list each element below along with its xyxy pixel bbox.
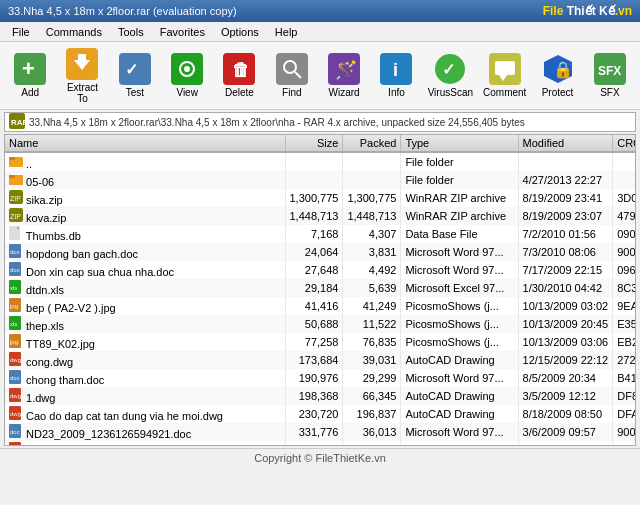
table-row[interactable]: ZIP sika.zip 1,300,775 1,300,775 WinRAR … [5,189,635,207]
comment-button[interactable]: Comment [480,47,529,105]
menu-item-options[interactable]: Options [213,24,267,40]
info-button[interactable]: i Info [372,47,420,105]
file-modified: 8/18/2009 08:50 [518,405,613,423]
file-icon: doc [9,266,23,278]
file-packed: 196,837 [343,405,401,423]
file-size: 190,976 [285,369,343,387]
file-crc: F179630C [613,441,635,445]
file-icon: dwg [9,410,23,422]
menu-item-favorites[interactable]: Favorites [152,24,213,40]
file-size: 331,776 [285,423,343,441]
file-modified: 8/19/2009 23:07 [518,207,613,225]
file-packed: 29,299 [343,369,401,387]
copyright-text: Copyright © FileThietKe.vn [254,452,386,464]
svg-text:+: + [22,56,35,81]
delete-icon: 🗑 [223,53,255,85]
table-row[interactable]: jpg bep ( PA2-V2 ).jpg 41,416 41,249 Pic… [5,297,635,315]
col-header-name[interactable]: Name [5,135,285,152]
add-icon: + [14,53,46,85]
table-row[interactable]: doc chong tham.doc 190,976 29,299 Micros… [5,369,635,387]
file-modified: 4/27/2013 22:27 [518,171,613,189]
extractTo-button[interactable]: Extract To [58,47,106,105]
file-crc: 3D009958 [613,189,635,207]
file-modified: 12/15/2009 22:12 [518,351,613,369]
table-row[interactable]: xls thep.xls 50,688 11,522 PicosmoShows … [5,315,635,333]
file-crc: DFAECC17 [613,405,635,423]
view-button[interactable]: View [163,47,211,105]
col-header-size[interactable]: Size [285,135,343,152]
test-button[interactable]: ✓ Test [111,47,159,105]
table-row[interactable]: jpg TT89_K02.jpg 77,258 76,835 PicosmoSh… [5,333,635,351]
protect-button[interactable]: 🔒 Protect [533,47,581,105]
file-name: doc ND23_2009_1236126594921.doc [5,423,285,441]
file-packed: 36,013 [343,423,401,441]
file-size: 173,684 [285,351,343,369]
table-row[interactable]: dwg cong.dwg 173,684 39,031 AutoCAD Draw… [5,351,635,369]
table-row[interactable]: 05-06 File folder 4/27/2013 22:27 [5,171,635,189]
table-row[interactable]: doc Don xin cap sua chua nha.doc 27,648 … [5,261,635,279]
title-bar: 33.Nha 4,5 x 18m x 2floor.rar (evaluatio… [0,0,640,22]
menu-item-file[interactable]: File [4,24,38,40]
rar-icon: RAR [9,113,25,131]
file-table: Name Size Packed Type Modified CRC32 .. … [5,135,635,445]
table-row[interactable]: dwg 1.dwg 198,368 66,345 AutoCAD Drawing… [5,387,635,405]
file-packed: 11,522 [343,315,401,333]
file-type: PicosmoShows (j... [401,297,518,315]
file-size: 41,416 [285,297,343,315]
file-type: PicosmoShows (j... [401,333,518,351]
col-header-modified[interactable]: Modified [518,135,613,152]
find-label: Find [282,87,301,98]
table-row[interactable]: xls dtdn.xls 29,184 5,639 Microsoft Exce… [5,279,635,297]
file-size: 24,064 [285,243,343,261]
file-crc: EB2F8B39 [613,333,635,351]
table-row[interactable]: doc hopdong ban gach.doc 24,064 3,831 Mi… [5,243,635,261]
svg-text:doc: doc [10,267,20,273]
add-button[interactable]: + Add [6,47,54,105]
file-crc: 090E1534 [613,225,635,243]
virusScan-button[interactable]: ✓ VirusScan [425,47,476,105]
col-header-packed[interactable]: Packed [343,135,401,152]
svg-point-9 [184,66,190,72]
col-header-crc[interactable]: CRC32 [613,135,635,152]
file-modified: 7/28/2009 04:23 [518,441,613,445]
menu-item-tools[interactable]: Tools [110,24,152,40]
find-button[interactable]: Find [268,47,316,105]
file-name: jpg TT89_K02.jpg [5,333,285,351]
file-icon: doc [9,374,23,386]
status-bar: Copyright © FileThietKe.vn [0,448,640,466]
test-label: Test [126,87,144,98]
file-crc: DF849653 [613,387,635,405]
svg-text:✓: ✓ [125,61,138,78]
protect-label: Protect [542,87,574,98]
col-header-type[interactable]: Type [401,135,518,152]
view-icon [171,53,203,85]
add-label: Add [21,87,39,98]
table-row[interactable]: dwg Cao do dap cat tan dung via he moi.d… [5,405,635,423]
file-packed [343,171,401,189]
menu-item-help[interactable]: Help [267,24,306,40]
file-icon: dwg [9,392,23,404]
menu-item-commands[interactable]: Commands [38,24,110,40]
table-row[interactable]: ZIP kova.zip 1,448,713 1,448,713 WinRAR … [5,207,635,225]
sfx-button[interactable]: SFX SFX [586,47,634,105]
file-size: 29,184 [285,279,343,297]
protect-icon: 🔒 [542,53,574,85]
wizard-button[interactable]: 🪄 Wizard [320,47,368,105]
svg-text:doc: doc [10,249,20,255]
table-row[interactable]: .. File folder [5,152,635,171]
svg-rect-22 [495,61,515,75]
file-crc: E352AB60 [613,315,635,333]
sfx-icon: SFX [594,53,626,85]
logo: File Thiết Kế.vn [543,4,632,18]
file-name: doc chong tham.doc [5,369,285,387]
file-crc: B4168BE1 [613,369,635,387]
table-row[interactable]: Thumbs.db 7,168 4,307 Data Base File 7/2… [5,225,635,243]
table-row[interactable]: dwg 3.dwg 540,233 162,876 AutoCAD Drawin… [5,441,635,445]
svg-text:jpg: jpg [9,303,18,309]
file-type: WinRAR ZIP archive [401,189,518,207]
delete-button[interactable]: 🗑 Delete [215,47,263,105]
file-type: Microsoft Word 97... [401,423,518,441]
file-size: 1,448,713 [285,207,343,225]
table-row[interactable]: doc ND23_2009_1236126594921.doc 331,776 … [5,423,635,441]
file-type: WinRAR ZIP archive [401,207,518,225]
